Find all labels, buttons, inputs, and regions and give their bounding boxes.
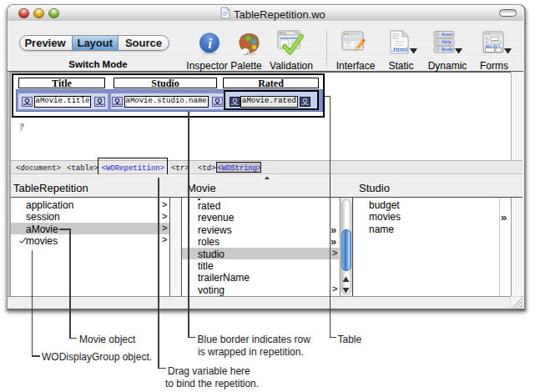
svg-text:Help: Help (442, 39, 452, 44)
svg-text:.html: .html (391, 46, 407, 53)
svg-text:abc de f: abc de f (486, 44, 501, 48)
svg-text:Body: Body (442, 47, 454, 52)
svg-text:i: i (208, 36, 212, 52)
svg-text:Inset: Inset (442, 32, 452, 37)
